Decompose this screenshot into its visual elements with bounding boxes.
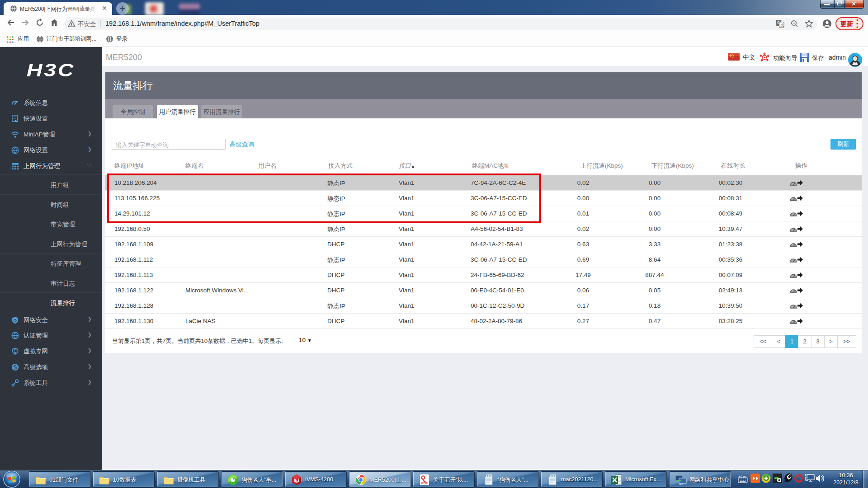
svg-text:PDF: PDF xyxy=(421,482,428,485)
svg-text:文: 文 xyxy=(780,23,784,27)
